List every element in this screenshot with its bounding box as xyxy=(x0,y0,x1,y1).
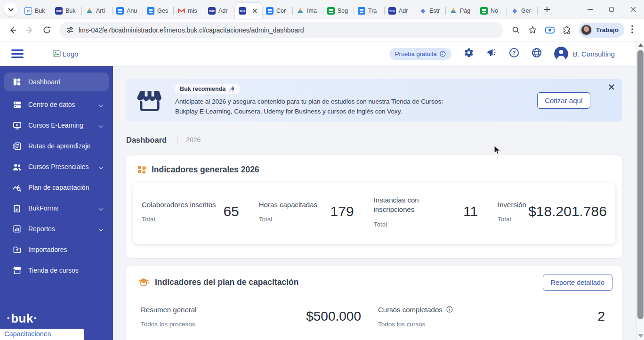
sidebar-item-rutas-de-aprendizaje[interactable]: Rutas de aprendizaje xyxy=(0,136,113,156)
general-stats-panel: Colaboradores inscritos Total 65 Horas c… xyxy=(133,183,615,244)
tab-strip: 13 Buk buk Buk Arti Anu Ges mis buk Adr … xyxy=(0,0,644,19)
browser-tab[interactable]: Ges xyxy=(143,3,174,19)
stat-value: 11 xyxy=(463,203,478,219)
browser-tab[interactable]: No xyxy=(476,3,507,19)
browser-tab[interactable]: Tra xyxy=(354,3,385,19)
tab-title: Ger xyxy=(521,8,534,14)
stat-value: 179 xyxy=(330,203,354,219)
breadcrumb: Dashboard 2026 xyxy=(126,134,622,146)
page-scrollbar[interactable] xyxy=(636,41,644,340)
extensions-button[interactable] xyxy=(559,22,575,38)
profile-avatar xyxy=(580,24,592,36)
browser-tab[interactable]: Ger xyxy=(507,3,538,19)
scroll-down-arrow[interactable] xyxy=(638,334,643,338)
back-button[interactable] xyxy=(5,22,21,38)
announcements-button[interactable] xyxy=(486,48,497,60)
browser-profile-chip[interactable]: Trabajo xyxy=(579,23,624,38)
gmail-favicon xyxy=(177,7,185,15)
banner-close-button[interactable] xyxy=(608,84,616,91)
banner-text: Anticípate al 2026 y asegura contenido p… xyxy=(175,97,537,116)
bookmark-button[interactable] xyxy=(525,22,541,38)
drive-favicon xyxy=(297,7,304,15)
scroll-up-arrow[interactable] xyxy=(638,43,643,47)
people-icon xyxy=(12,162,22,171)
clipboard-icon xyxy=(12,203,22,213)
trial-badge[interactable]: Prueba gratuita xyxy=(389,48,451,60)
plan-stats-panel: Resumen general Todos los procesos $500.… xyxy=(133,306,615,328)
minimize-button[interactable] xyxy=(579,0,601,19)
browser-tab[interactable]: Ima xyxy=(293,3,323,19)
browser-tab[interactable]: Arti xyxy=(82,3,113,19)
sidebar-item-reportes[interactable]: Reportes xyxy=(0,219,113,239)
sidebar-item-dashboard[interactable]: Dashboard xyxy=(4,73,109,91)
chevron-down-icon xyxy=(99,227,104,231)
browser-tab-active[interactable]: buk xyxy=(235,3,262,19)
tab-title: Adr xyxy=(218,8,231,14)
browser-tab[interactable]: buk Buk xyxy=(51,3,82,19)
gemini-favicon xyxy=(511,7,518,15)
menu-toggle-button[interactable] xyxy=(11,49,24,58)
media-control-button[interactable] xyxy=(542,22,558,38)
grid-icon xyxy=(138,166,146,174)
stat-colaboradores: Colaboradores inscritos Total 65 xyxy=(142,195,259,228)
breadcrumb-current[interactable]: Dashboard xyxy=(126,136,167,145)
new-tab-button[interactable] xyxy=(540,3,554,16)
browser-menu-button[interactable] xyxy=(625,25,639,35)
language-button[interactable] xyxy=(531,48,542,60)
sidebar-item-tienda-de-cursos[interactable]: Tienda de cursos xyxy=(0,260,113,281)
buk-favicon: buk xyxy=(239,7,246,15)
maximize-icon xyxy=(609,7,614,12)
browser-tab[interactable]: 13 Buk xyxy=(21,3,51,19)
learning-path-icon xyxy=(12,141,22,151)
browser-tab[interactable]: buk Adr xyxy=(385,3,415,19)
gear-icon xyxy=(464,48,474,58)
megaphone-icon xyxy=(486,48,497,58)
tab-title: Seg xyxy=(338,8,350,14)
tab-search-button[interactable] xyxy=(4,2,18,16)
tab-close-icon[interactable] xyxy=(251,7,258,15)
forward-button[interactable] xyxy=(22,22,38,38)
site-info-icon[interactable] xyxy=(66,26,74,34)
account-menu[interactable]: B. Consulting xyxy=(554,47,615,61)
browser-tab[interactable]: buk Adr xyxy=(204,3,235,19)
app-logo[interactable]: Logo xyxy=(53,50,78,58)
info-icon xyxy=(440,51,446,57)
importer-icon xyxy=(12,245,22,254)
browser-tab[interactable]: Cor xyxy=(262,3,293,19)
docs-favicon xyxy=(266,7,274,15)
buk-favicon: buk xyxy=(208,7,216,15)
stat-horas: Horas capacitadas Total 179 xyxy=(259,195,374,228)
browser-tab[interactable]: Seg xyxy=(323,3,354,19)
sidebar-item-bukforms[interactable]: BukForms xyxy=(0,198,113,219)
info-icon[interactable] xyxy=(446,306,453,313)
sidebar-item-cursos-presenciales[interactable]: Cursos Presenciales xyxy=(0,156,113,177)
browser-tab[interactable]: Pág xyxy=(446,3,476,19)
maximize-button[interactable] xyxy=(601,0,622,19)
sidebar-item-importadores[interactable]: Importadores xyxy=(0,239,113,260)
stat-value: 65 xyxy=(223,203,239,219)
browser-tab[interactable]: Estr xyxy=(415,3,446,19)
browser-tab[interactable]: mis xyxy=(174,3,204,19)
sidebar-item-cursos-elearning[interactable]: Cursos E-Learning xyxy=(0,115,113,136)
stat-cursos-completados: Cursos completados Todos los cursos 2 xyxy=(378,306,615,328)
svg-text:?: ? xyxy=(512,50,515,56)
sidebar-item-plan-de-capacitacion[interactable]: Plan de capacitación xyxy=(0,177,113,198)
sidebar-item-centro-de-datos[interactable]: Centro de datos xyxy=(0,94,113,115)
detailed-report-button[interactable]: Reporte detallado xyxy=(543,275,612,291)
browser-tab[interactable]: Anu xyxy=(113,3,143,19)
buk-recomienda-badge: Buk recomienda xyxy=(175,84,240,94)
logo-alt-text: Logo xyxy=(63,50,78,58)
reload-button[interactable] xyxy=(39,22,55,38)
card-title: Indicadores generales 2026 xyxy=(152,165,259,175)
scrollbar-thumb[interactable] xyxy=(637,50,644,319)
zoom-button[interactable] xyxy=(508,22,524,38)
settings-button[interactable] xyxy=(464,48,474,60)
cotizar-button[interactable]: Cotizar aquí xyxy=(537,92,590,109)
profile-name: Trabajo xyxy=(596,26,619,33)
close-window-button[interactable] xyxy=(622,0,644,19)
breadcrumb-period[interactable]: 2026 xyxy=(186,136,201,144)
status-bubble: Capacitaciones xyxy=(0,329,84,340)
address-bar[interactable]: lms-042fe7bcadministrador.efimeros.buk.c… xyxy=(59,22,503,38)
help-button[interactable]: ? xyxy=(509,48,519,60)
tab-title: Buk xyxy=(35,8,48,14)
